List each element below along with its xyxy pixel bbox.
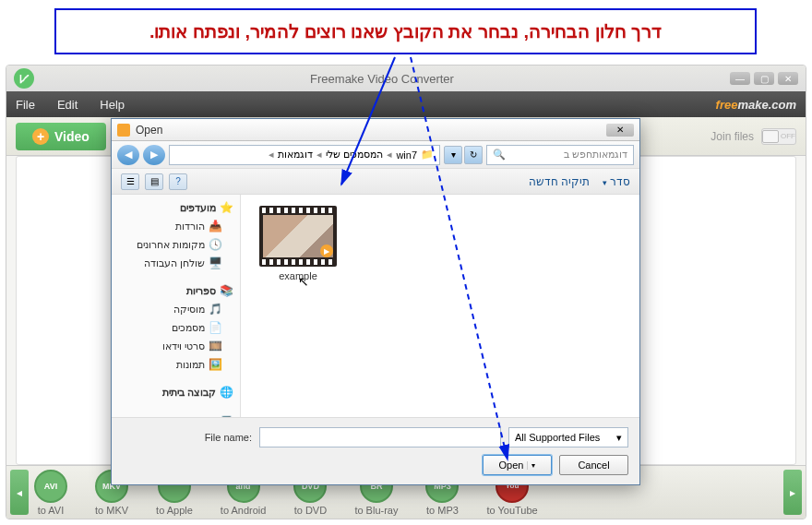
join-files-toggle[interactable]: OFF xyxy=(761,128,796,145)
toggle-off-label: OFF xyxy=(779,132,795,140)
search-icon: 🔍 xyxy=(493,149,506,161)
sidebar-desktop[interactable]: 🖥️שולחן העבודה xyxy=(112,254,240,272)
dialog-icon xyxy=(117,124,130,137)
close-button[interactable]: ✕ xyxy=(778,72,798,85)
view-mode-button[interactable]: ☰ xyxy=(121,173,139,190)
filename-input[interactable] xyxy=(259,427,501,447)
doc-icon: 📄 xyxy=(209,321,221,334)
open-button[interactable]: Open▾ xyxy=(483,455,552,475)
maximize-button[interactable]: ▢ xyxy=(754,72,774,85)
file-pane[interactable]: ▶ example ↖ xyxy=(241,195,639,417)
instruction-text: דרך חלון הבחירה, נבחר את הקובץ שאנו רוצי… xyxy=(149,20,662,42)
dialog-nav: ◀ ▶ 📁 win7◂ המסמכים שלי◂ דוגמאות◂ ▾ ↻ דו… xyxy=(112,141,639,169)
desktop-icon: 🖥️ xyxy=(209,257,221,269)
new-folder-button[interactable]: תיקיה חדשה xyxy=(529,175,590,188)
sidebar-downloads[interactable]: 📥הורדות xyxy=(112,217,240,235)
join-files-label: Join files xyxy=(710,130,754,143)
star-icon: ⭐ xyxy=(220,201,233,214)
format-to-avi[interactable]: AVIto AVI xyxy=(34,470,67,516)
toolbar-icons: ☰ ▤ ? xyxy=(121,173,187,190)
brand-free: free xyxy=(716,98,738,112)
avi-label: to AVI xyxy=(38,505,65,516)
search-placeholder: דוגמאותחפש ב xyxy=(564,149,627,161)
filetype-select[interactable]: All Supported Files▾ xyxy=(508,427,628,447)
sidebar-videos[interactable]: 🎞️סרטי וידאו xyxy=(112,337,240,355)
dialog-close-button[interactable]: ✕ xyxy=(606,124,634,137)
sidebar-favorites[interactable]: ⭐מועדפים xyxy=(112,198,240,217)
nav-refresh-group: ▾ ↻ xyxy=(444,146,483,164)
dialog-sidebar: ⭐מועדפים 📥הורדות 🕓מקומות אחרונים 🖥️שולחן… xyxy=(112,195,241,417)
menubar: File Edit Help freemake.com xyxy=(6,91,806,117)
video-label: Video xyxy=(54,129,90,144)
bluray-label: to Blu-ray xyxy=(354,505,398,516)
menu-edit[interactable]: Edit xyxy=(57,98,78,112)
toggle-knob xyxy=(762,130,779,143)
open-file-dialog: Open ✕ ◀ ▶ 📁 win7◂ המסמכים שלי◂ דוגמאות◂… xyxy=(111,118,640,485)
brand-make: make.com xyxy=(737,98,796,112)
sidebar-recent[interactable]: 🕓מקומות אחרונים xyxy=(112,235,240,254)
join-files-control[interactable]: Join files OFF xyxy=(710,128,796,145)
plus-icon: + xyxy=(32,128,49,145)
menu-file[interactable]: File xyxy=(16,98,35,112)
minimize-button[interactable]: — xyxy=(730,72,750,85)
avi-icon: AVI xyxy=(34,470,67,503)
format-scroll-right[interactable]: ▸ xyxy=(783,470,802,515)
format-scroll-left[interactable]: ◂ xyxy=(10,470,29,515)
titlebar: ⩗ Freemake Video Converter — ▢ ✕ xyxy=(6,66,806,91)
cursor-icon: ↖ xyxy=(298,274,309,289)
bc-part-0[interactable]: win7 xyxy=(396,149,417,161)
music-icon: 🎵 xyxy=(209,303,221,316)
filename-row: File name: All Supported Files▾ xyxy=(123,427,628,447)
play-icon: ▶ xyxy=(320,245,333,257)
file-label: example ↖ xyxy=(279,270,317,281)
film-thumbnail-icon: ▶ xyxy=(259,206,337,267)
sort-menu[interactable]: סדר xyxy=(603,175,630,188)
brand-link[interactable]: freemake.com xyxy=(716,98,796,112)
dialog-toolbar: סדר תיקיה חדשה ☰ ▤ ? xyxy=(112,169,639,195)
chevron-down-icon: ▾ xyxy=(616,432,622,444)
window-title: Freemake Video Converter xyxy=(42,72,722,86)
dialog-body: ⭐מועדפים 📥הורדות 🕓מקומות אחרונים 🖥️שולחן… xyxy=(112,195,639,417)
pic-icon: 🖼️ xyxy=(209,358,221,371)
filename-label: File name: xyxy=(123,432,252,443)
menu-help[interactable]: Help xyxy=(100,98,125,112)
search-input[interactable]: דוגמאותחפש ב 🔍 xyxy=(486,145,634,165)
window-controls: — ▢ ✕ xyxy=(730,72,798,85)
dvd-label: to DVD xyxy=(294,505,327,516)
app-logo-icon: ⩗ xyxy=(14,68,34,89)
nav-dropdown-button[interactable]: ▾ xyxy=(444,146,462,164)
dialog-title: Open xyxy=(136,124,162,137)
sidebar-documents[interactable]: 📄מסמכים xyxy=(112,318,240,337)
preview-pane-button[interactable]: ▤ xyxy=(145,173,163,190)
help-button[interactable]: ? xyxy=(169,173,187,190)
apple-label: to Apple xyxy=(156,505,193,516)
button-row: Open▾ Cancel xyxy=(123,455,628,475)
nav-back-button[interactable]: ◀ xyxy=(117,145,139,165)
video-icon: 🎞️ xyxy=(209,340,221,352)
mkv-label: to MKV xyxy=(95,505,128,516)
bc-part-2[interactable]: דוגמאות xyxy=(278,149,313,161)
breadcrumb[interactable]: 📁 win7◂ המסמכים שלי◂ דוגמאות◂ xyxy=(169,145,440,165)
mp3-label: to MP3 xyxy=(426,505,459,516)
homegroup-icon: 🌐 xyxy=(220,386,233,399)
sidebar-pictures[interactable]: 🖼️תמונות xyxy=(112,355,240,374)
instruction-callout: דרך חלון הבחירה, נבחר את הקובץ שאנו רוצי… xyxy=(54,8,757,54)
file-example[interactable]: ▶ example ↖ xyxy=(252,206,344,281)
filetype-text: All Supported Files xyxy=(515,432,600,443)
sidebar-computer[interactable]: 💻מחשב xyxy=(112,411,240,417)
sidebar-libraries[interactable]: 📚ספריות xyxy=(112,281,240,300)
cancel-button[interactable]: Cancel xyxy=(559,455,628,475)
dialog-footer: File name: All Supported Files▾ Open▾ Ca… xyxy=(112,417,639,484)
sidebar-music[interactable]: 🎵מוסיקה xyxy=(112,300,240,318)
bc-part-1[interactable]: המסמכים שלי xyxy=(326,149,383,161)
dialog-titlebar: Open ✕ xyxy=(112,119,639,141)
nav-refresh-button[interactable]: ↻ xyxy=(464,146,483,164)
sidebar-homegroup[interactable]: 🌐קבוצה ביתית xyxy=(112,383,240,401)
android-label: to Android xyxy=(221,505,267,516)
download-icon: 📥 xyxy=(209,220,221,233)
recent-icon: 🕓 xyxy=(209,238,221,251)
folder-icon: 📚 xyxy=(220,284,233,297)
open-dropdown-icon: ▾ xyxy=(527,461,535,470)
add-video-button[interactable]: + Video xyxy=(16,123,106,150)
nav-forward-button[interactable]: ▶ xyxy=(143,145,165,165)
